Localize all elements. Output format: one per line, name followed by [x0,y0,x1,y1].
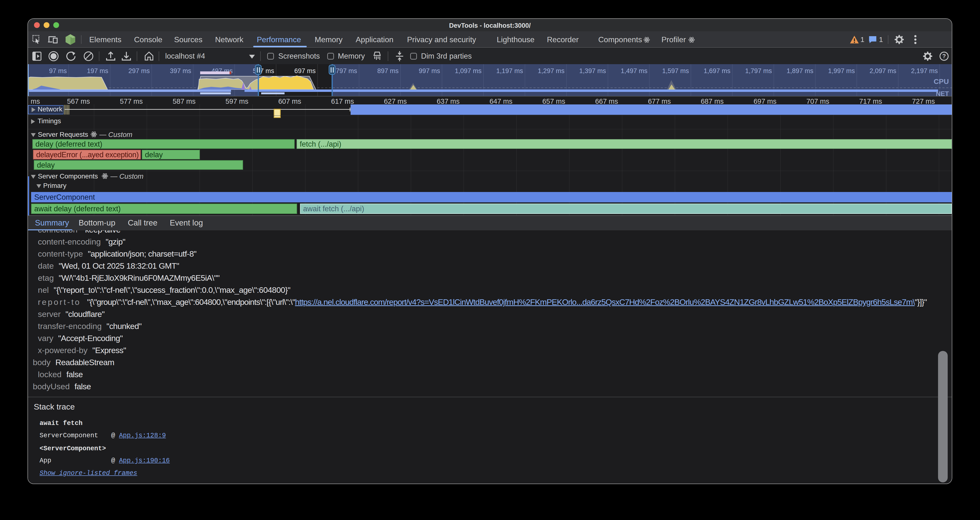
svg-text:?: ? [942,53,946,59]
